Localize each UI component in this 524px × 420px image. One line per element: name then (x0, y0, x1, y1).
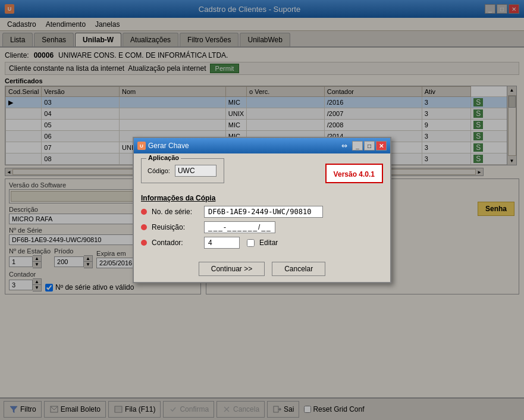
contador-field-label: Contador: (152, 239, 199, 247)
serie-field-label: No. de série: (152, 208, 199, 216)
revisao-field-input[interactable] (204, 221, 275, 233)
codigo-label: Código: (148, 167, 170, 174)
modal-close-btn[interactable]: ✕ (376, 141, 387, 151)
revisao-dot (141, 224, 147, 230)
gerar-chave-modal: U Gerar Chave ⇔ _ □ ✕ Aplicação Código: (133, 137, 391, 283)
modal-body: Aplicação Código: Versão 4.0.1 Informaçõ… (134, 153, 390, 258)
modal-footer: Continuar >> Cancelar (134, 258, 390, 282)
app-section-title: Aplicação (146, 154, 181, 161)
info-section: Informações da Cópia No. de série: Reuis… (141, 194, 383, 249)
contador-field-row: Contador: Editar (141, 237, 383, 249)
modal-title-left: U Gerar Chave (137, 142, 189, 150)
contador-field-input[interactable] (204, 237, 240, 249)
modal-overlay: U Gerar Chave ⇔ _ □ ✕ Aplicação Código: (0, 0, 524, 420)
app-section: Aplicação Código: (141, 158, 224, 183)
serie-field-row: No. de série: (141, 206, 383, 218)
serie-field-input[interactable] (204, 206, 323, 218)
modal-title: Gerar Chave (148, 142, 189, 150)
modal-minimize-btn[interactable]: _ (352, 141, 363, 151)
continuar-btn[interactable]: Continuar >> (199, 262, 265, 276)
version-text: Versão 4.0.1 (334, 170, 375, 178)
modal-restore-btn[interactable]: □ (364, 141, 375, 151)
modal-icon: U (137, 142, 146, 150)
cancelar-btn[interactable]: Cancelar (272, 262, 325, 276)
editar-label: Editar (259, 239, 278, 247)
modal-swap-icon[interactable]: ⇔ (341, 142, 347, 150)
modal-controls: _ □ ✕ (352, 141, 387, 151)
revisao-field-label: Reuisição: (152, 223, 199, 231)
editar-checkbox[interactable] (247, 239, 255, 247)
modal-title-bar: U Gerar Chave ⇔ _ □ ✕ (134, 138, 390, 153)
info-title: Informações da Cópia (141, 194, 383, 202)
app-row: Código: (148, 165, 218, 177)
codigo-input[interactable] (175, 165, 216, 177)
revisao-field-row: Reuisição: (141, 221, 383, 233)
serie-dot (141, 209, 147, 215)
contador-dot (141, 240, 147, 246)
version-box: Versão 4.0.1 (325, 164, 383, 183)
